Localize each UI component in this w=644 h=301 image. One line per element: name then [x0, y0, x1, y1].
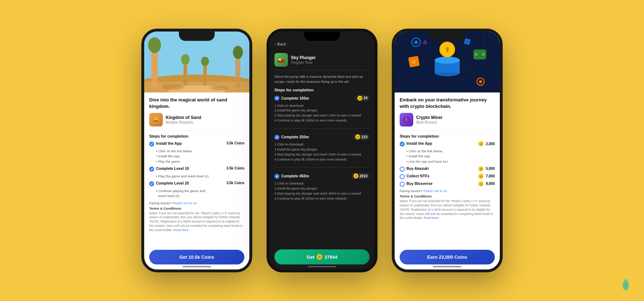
phone-3: ₿ ◇ [392, 29, 503, 272]
phone1-app-name: Kingdom of Sand [166, 115, 201, 120]
phone3-step2-name: Buy Akazuki [406, 166, 429, 171]
phone2-step2-coin-icon: R [355, 134, 360, 139]
phone1-read-more-link[interactable]: Read More [174, 228, 189, 232]
phone3-step2-check [400, 167, 405, 172]
phone2-step1-coin-icon: R [357, 96, 362, 101]
phone2-cta-label: Get [307, 254, 314, 260]
phone2-app-name: Sky Plunger [291, 55, 316, 60]
phone1-step1-bullets: • Click on the link below. • Install the… [156, 149, 244, 164]
phone2-home-indicator [308, 266, 336, 267]
phone3-steps-title: Steps for completion [400, 134, 495, 138]
phone2-step3-check [274, 174, 279, 179]
phone3-app-info: Crypto Miner Multi Reward [416, 115, 443, 124]
phone3-step4-check [400, 182, 405, 187]
phone2-app-subtitle: Register Now [291, 61, 316, 64]
phone2-step3-name: Complete 450m [281, 174, 309, 178]
phone1-step-1: Install the App 3.5k Coins [149, 141, 244, 147]
phone1-step2-name: Complete Level 10 [156, 166, 189, 171]
phone3-facing-issues: Facing issues? Reach out to us [400, 189, 495, 193]
phone2-step3-reward-badge: R 2010 [351, 173, 370, 179]
phone2-step3-reward-num: 2010 [360, 174, 367, 178]
phone1-terms-text: Notes: If you are not rewarded for the "… [149, 211, 244, 233]
phone2-back-button[interactable]: Back [277, 42, 286, 46]
phone3-reach-out-link[interactable]: Reach out to us [423, 189, 447, 193]
phone3-app-subtitle: Multi Reward [416, 120, 443, 124]
svg-point-44 [479, 80, 482, 83]
phone1-description: Dive into the magical world of sand king… [149, 97, 244, 109]
phone3-step4-name: Buy Bloxverse [406, 181, 433, 186]
phone3-terms-text: Notes: If you are not rewarded for the "… [400, 199, 495, 220]
phone3-app-icon: ₿ [400, 113, 413, 126]
phone1-reach-out-link[interactable]: Reach out to us [173, 201, 197, 205]
phone2-step1-check [274, 96, 279, 101]
svg-point-15 [155, 118, 157, 120]
svg-point-12 [162, 84, 184, 90]
phone3-step3-reward: ● 7,000 [478, 174, 495, 179]
phone2-body: Sky Plunger Register Now Shoot the pump … [269, 49, 375, 269]
phone2-cta-value: 37944 [325, 254, 337, 260]
svg-point-19 [282, 58, 284, 60]
phone2-content: ‹ Back Sky Plunger Register Now Shoot th… [269, 32, 375, 269]
phone3-cta-bar: Earn 23,000 Coins [400, 250, 495, 264]
phone-2: ‹ Back Sky Plunger Register Now Shoot th… [267, 29, 377, 272]
phone1-step2-bullets: • Play the game and reach level 10. [156, 174, 244, 179]
phone2-cta-button[interactable]: Get R 37944 [274, 249, 370, 264]
phone2-step-2: Complete 250m R 210 1.Click on download.… [274, 134, 370, 168]
bottom-decoration [620, 278, 631, 292]
phone1-step-3: Complete Level 20 3.5k Coins [149, 181, 244, 186]
phone1-step1-name: Install the App [156, 141, 182, 145]
phone2-step1-reward-badge: R 24 [355, 95, 370, 101]
phone1-step1-check [149, 142, 154, 147]
phone3-step3-name: Collect NTFs [406, 174, 429, 178]
phone1-cta-bar: Get 10.5k Coins [149, 250, 244, 264]
phones-container: Dive into the magical world of sand king… [0, 0, 644, 301]
phone2-step1-reward-num: 24 [364, 96, 367, 100]
phone1-body: Dive into the magical world of sand king… [144, 92, 249, 269]
phone2-cta-coin-icon: R [317, 254, 322, 260]
phone2-cta-bar: Get R 37944 [274, 249, 370, 264]
phone3-step-2: Buy Akazuki ● 5,000 [400, 166, 495, 172]
phone2-app-icon [274, 53, 288, 67]
svg-point-40 [482, 53, 485, 56]
phone2-step2-instructions: 1.Click on download. 2.Install the game … [274, 142, 370, 162]
phone1-step2-reward: 3.5k Coins [226, 166, 244, 170]
phone2-step3-instructions: 1.Click on download. 2.Install the game … [274, 181, 370, 201]
svg-text:₿: ₿ [405, 118, 408, 122]
phone3-cta-button[interactable]: Earn 23,000 Coins [400, 250, 495, 264]
phone2-step2-check [274, 135, 279, 140]
phone1-step3-name: Complete Level 20 [156, 181, 189, 185]
phone3-step1-check [400, 142, 405, 147]
phone1-app-info: Kingdom of Sand Multiple Rewards [166, 115, 201, 124]
phone3-step4-coin: ● [478, 181, 483, 186]
phone1-facing-issues: Facing issues? Reach out to us [149, 201, 244, 205]
phone1-cta-button[interactable]: Get 10.5k Coins [149, 250, 244, 264]
svg-point-13 [210, 86, 228, 90]
phone2-step1-instructions: 1.Click on download. 2.Install the game … [274, 104, 370, 124]
phone1-app-subtitle: Multiple Rewards [166, 120, 201, 124]
phone2-step-3: Complete 450m R 2010 1.Click on download… [274, 173, 370, 206]
phone3-step3-check [400, 174, 405, 179]
phone3-step-1: Install the App ● 2,000 [400, 141, 495, 147]
phone1-app-row: Kingdom of Sand Multiple Rewards [149, 113, 244, 130]
phone2-app-info: Sky Plunger Register Now [291, 55, 316, 64]
phone1-notch [179, 32, 215, 41]
phone3-step3-coin: ● [478, 174, 483, 179]
phone3-read-more-link[interactable]: Read More [424, 216, 439, 220]
phone3-step1-bullets: • Click on the link below. • Install the… [406, 149, 495, 164]
phone2-notch [304, 32, 340, 41]
phone2-description: Shoot the pump with a massive dynamite b… [274, 74, 370, 84]
phone2-step3-coin-icon: R [353, 173, 358, 178]
phone3-step2-coin: ● [478, 166, 483, 171]
phone3-terms-title: Terms & Conditions [400, 194, 495, 198]
phone1-step2-check [149, 167, 154, 172]
phone3-step2-reward: ● 5,000 [478, 166, 495, 171]
phone2-step2-name: Complete 250m [281, 135, 309, 139]
phone1-hero [144, 32, 249, 96]
phone3-step-4: Buy Bloxverse ● 9,000 [400, 181, 495, 187]
phone1-step3-reward: 3.5k Coins [226, 181, 244, 185]
svg-point-39 [475, 53, 478, 56]
phone3-notch [429, 32, 465, 41]
phone1-step3-check [149, 181, 154, 186]
phone2-header: ‹ Back [274, 42, 370, 47]
phone3-step4-reward: ● 9,000 [478, 181, 495, 186]
